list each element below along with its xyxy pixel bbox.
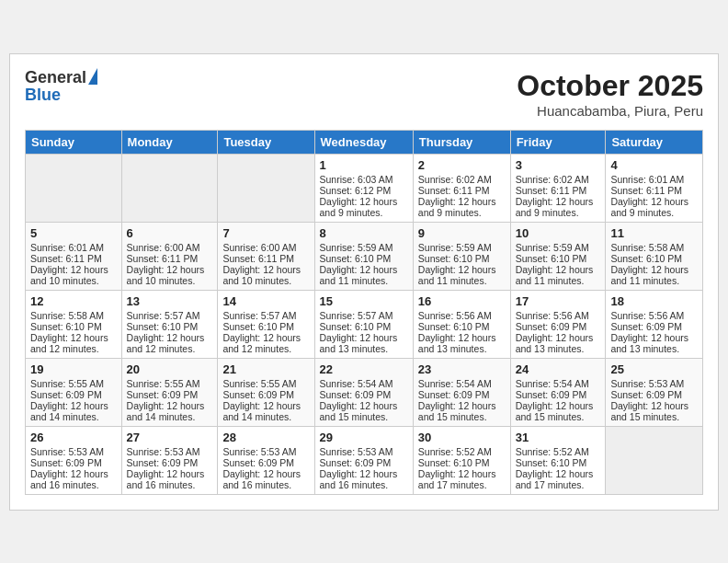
day-cell: 25Sunrise: 5:53 AMSunset: 6:09 PMDayligh… [606, 358, 703, 426]
week-row-4: 19Sunrise: 5:55 AMSunset: 6:09 PMDayligh… [26, 358, 703, 426]
day-cell: 13Sunrise: 5:57 AMSunset: 6:10 PMDayligh… [121, 290, 218, 358]
day-number: 23 [418, 362, 506, 376]
day-detail: and 9 minutes. [418, 207, 506, 218]
day-detail: Sunset: 6:10 PM [418, 253, 506, 264]
day-detail: Daylight: 12 hours [30, 332, 117, 343]
day-detail: Daylight: 12 hours [222, 264, 309, 275]
day-detail: Daylight: 12 hours [127, 400, 213, 411]
day-number: 14 [222, 294, 309, 308]
day-number: 28 [222, 431, 309, 444]
day-detail: Sunrise: 6:02 AM [418, 174, 506, 185]
day-number: 10 [516, 226, 601, 240]
day-cell: 11Sunrise: 5:58 AMSunset: 6:10 PMDayligh… [606, 222, 703, 290]
day-detail: Sunset: 6:09 PM [222, 389, 309, 400]
day-cell: 28Sunrise: 5:53 AMSunset: 6:09 PMDayligh… [218, 426, 314, 494]
day-detail: and 16 minutes. [222, 479, 309, 490]
day-detail: Sunset: 6:09 PM [516, 321, 601, 332]
day-detail: Sunset: 6:10 PM [418, 321, 506, 332]
week-row-1: 1Sunrise: 6:03 AMSunset: 6:12 PMDaylight… [26, 154, 703, 222]
day-detail: Sunset: 6:09 PM [222, 457, 309, 468]
day-detail: Sunset: 6:10 PM [320, 321, 408, 332]
day-detail: Sunset: 6:10 PM [610, 253, 698, 264]
day-number: 12 [30, 294, 117, 308]
day-detail: Sunrise: 5:59 AM [320, 242, 408, 253]
day-detail: Sunrise: 5:58 AM [30, 310, 117, 321]
day-detail: Sunrise: 5:53 AM [127, 446, 213, 457]
day-detail: and 10 minutes. [30, 275, 117, 286]
location: Huancabamba, Piura, Peru [517, 103, 703, 119]
day-cell: 20Sunrise: 5:55 AMSunset: 6:09 PMDayligh… [121, 358, 218, 426]
day-detail: Sunset: 6:11 PM [516, 185, 601, 196]
day-number: 22 [320, 362, 408, 376]
day-detail: and 17 minutes. [516, 479, 601, 490]
day-cell: 2Sunrise: 6:02 AMSunset: 6:11 PMDaylight… [413, 154, 510, 222]
day-cell: 24Sunrise: 5:54 AMSunset: 6:09 PMDayligh… [510, 358, 606, 426]
day-detail: Sunrise: 5:56 AM [516, 310, 601, 321]
day-detail: Sunrise: 5:52 AM [516, 446, 601, 457]
day-detail: and 13 minutes. [610, 343, 698, 354]
day-detail: Daylight: 12 hours [516, 332, 601, 343]
day-detail: Sunset: 6:09 PM [610, 321, 698, 332]
day-detail: Daylight: 12 hours [610, 196, 698, 207]
day-detail: Sunrise: 5:54 AM [320, 378, 408, 389]
header: General Blue October 2025 Huancabamba, P… [25, 69, 703, 119]
day-cell: 6Sunrise: 6:00 AMSunset: 6:11 PMDaylight… [121, 222, 218, 290]
day-cell: 17Sunrise: 5:56 AMSunset: 6:09 PMDayligh… [510, 290, 606, 358]
day-cell: 22Sunrise: 5:54 AMSunset: 6:09 PMDayligh… [314, 358, 413, 426]
day-detail: Sunset: 6:09 PM [320, 457, 408, 468]
day-number: 7 [222, 226, 309, 240]
day-detail: Sunrise: 5:56 AM [418, 310, 506, 321]
day-detail: Daylight: 12 hours [320, 264, 408, 275]
day-cell: 29Sunrise: 5:53 AMSunset: 6:09 PMDayligh… [314, 426, 413, 494]
day-detail: Sunrise: 6:01 AM [610, 174, 698, 185]
logo-general: General [25, 69, 86, 87]
day-number: 19 [30, 362, 117, 376]
day-detail: Daylight: 12 hours [418, 196, 506, 207]
logo: General Blue [25, 69, 97, 106]
day-number: 21 [222, 362, 309, 376]
day-detail: and 11 minutes. [610, 275, 698, 286]
day-number: 24 [516, 362, 601, 376]
day-detail: Daylight: 12 hours [127, 264, 213, 275]
day-detail: and 15 minutes. [516, 411, 601, 422]
weekday-header-thursday: Thursday [413, 130, 510, 154]
day-cell: 3Sunrise: 6:02 AMSunset: 6:11 PMDaylight… [510, 154, 606, 222]
day-detail: Sunset: 6:11 PM [610, 185, 698, 196]
calendar-container: General Blue October 2025 Huancabamba, P… [9, 53, 719, 511]
day-detail: and 9 minutes. [516, 207, 601, 218]
day-detail: Daylight: 12 hours [320, 332, 408, 343]
day-detail: Sunset: 6:11 PM [127, 253, 213, 264]
day-detail: and 14 minutes. [30, 411, 117, 422]
day-detail: Sunset: 6:10 PM [516, 457, 601, 468]
day-detail: and 11 minutes. [516, 275, 601, 286]
day-number: 2 [418, 158, 506, 172]
day-detail: Sunrise: 5:53 AM [30, 446, 117, 457]
day-detail: Daylight: 12 hours [418, 264, 506, 275]
day-detail: Sunrise: 6:02 AM [516, 174, 601, 185]
day-number: 20 [127, 362, 213, 376]
day-detail: and 15 minutes. [418, 411, 506, 422]
day-cell [218, 154, 314, 222]
day-number: 18 [610, 294, 698, 308]
day-detail: Sunrise: 5:58 AM [610, 242, 698, 253]
day-detail: and 16 minutes. [30, 479, 117, 490]
week-row-3: 12Sunrise: 5:58 AMSunset: 6:10 PMDayligh… [26, 290, 703, 358]
day-detail: and 14 minutes. [127, 411, 213, 422]
day-cell: 7Sunrise: 6:00 AMSunset: 6:11 PMDaylight… [218, 222, 314, 290]
month-title: October 2025 [517, 69, 703, 103]
day-detail: Sunset: 6:09 PM [30, 457, 117, 468]
day-detail: and 9 minutes. [320, 207, 408, 218]
day-detail: Sunset: 6:09 PM [320, 389, 408, 400]
day-detail: Daylight: 12 hours [516, 468, 601, 479]
day-detail: Sunrise: 5:56 AM [610, 310, 698, 321]
day-detail: and 16 minutes. [127, 479, 213, 490]
day-number: 30 [418, 431, 506, 444]
day-detail: Sunrise: 5:54 AM [418, 378, 506, 389]
day-cell: 31Sunrise: 5:52 AMSunset: 6:10 PMDayligh… [510, 426, 606, 494]
day-detail: and 16 minutes. [320, 479, 408, 490]
day-cell: 4Sunrise: 6:01 AMSunset: 6:11 PMDaylight… [606, 154, 703, 222]
weekday-header-sunday: Sunday [26, 130, 122, 154]
calendar-body: 1Sunrise: 6:03 AMSunset: 6:12 PMDaylight… [26, 154, 703, 494]
day-detail: and 15 minutes. [610, 411, 698, 422]
day-detail: Daylight: 12 hours [127, 332, 213, 343]
